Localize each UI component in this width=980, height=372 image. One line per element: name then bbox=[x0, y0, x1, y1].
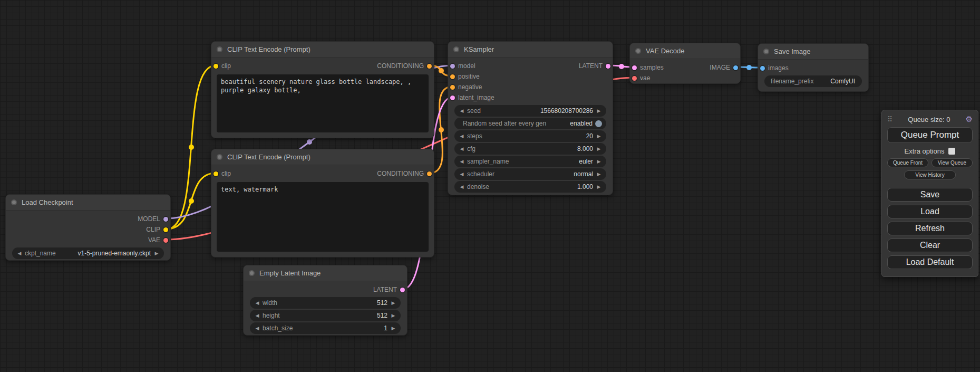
image-output-dot[interactable] bbox=[733, 65, 738, 70]
node-clip-text-encode-negative[interactable]: CLIP Text Encode (Prompt) clip CONDITION… bbox=[211, 149, 434, 257]
stepper-right-icon[interactable]: ▶ bbox=[596, 108, 602, 113]
extra-options-row: Extra options bbox=[887, 147, 973, 155]
collapse-dot-icon[interactable] bbox=[217, 46, 222, 52]
stepper-left-icon[interactable]: ◀ bbox=[16, 251, 23, 256]
refresh-button[interactable]: Refresh bbox=[887, 222, 973, 235]
clear-button[interactable]: Clear bbox=[887, 239, 973, 252]
link-midpoint-dot bbox=[189, 198, 194, 204]
node-save-image[interactable]: Save Image images filename_prefix ComfyU… bbox=[758, 43, 869, 92]
images-input-dot[interactable] bbox=[760, 66, 765, 71]
stepper-right-icon[interactable]: ▶ bbox=[596, 171, 602, 177]
stepper-right-icon[interactable]: ▶ bbox=[390, 326, 396, 331]
node-ksampler[interactable]: KSampler model LATENT positive negative bbox=[448, 41, 613, 195]
collapse-dot-icon[interactable] bbox=[635, 48, 641, 54]
queue-buttons-row: Queue Front View Queue bbox=[887, 158, 973, 167]
prompt-textarea[interactable]: text, watermark bbox=[217, 182, 429, 252]
latent-output-dot[interactable] bbox=[400, 288, 405, 292]
widget-ckpt-name[interactable]: ◀ ckpt_name v1-5-pruned-emaonly.ckpt ▶ bbox=[12, 247, 164, 259]
widget-denoise[interactable]: ◀ denoise 1.000 ▶ bbox=[454, 181, 606, 193]
stepper-left-icon[interactable]: ◀ bbox=[254, 313, 260, 318]
widget-cfg[interactable]: ◀ cfg 8.000 ▶ bbox=[454, 143, 606, 155]
stepper-right-icon[interactable]: ▶ bbox=[390, 313, 396, 318]
node-title: CLIP Text Encode (Prompt) bbox=[227, 153, 311, 161]
output-slot-latent: LATENT bbox=[244, 284, 407, 295]
collapse-dot-icon[interactable] bbox=[453, 46, 459, 52]
clip-input-dot[interactable] bbox=[214, 64, 218, 69]
clip-input-dot[interactable] bbox=[214, 171, 218, 176]
widget-filename-prefix[interactable]: filename_prefix ComfyUI bbox=[764, 75, 862, 87]
widget-steps[interactable]: ◀ steps 20 ▶ bbox=[454, 130, 606, 142]
widget-height[interactable]: ◀ height 512 ▶ bbox=[250, 310, 401, 321]
conditioning-output-dot[interactable] bbox=[427, 64, 432, 69]
load-default-button[interactable]: Load Default bbox=[887, 255, 973, 269]
menu-header: ⠿ Queue size: 0 ⚙ bbox=[887, 115, 973, 124]
clip-output-dot[interactable] bbox=[163, 227, 168, 232]
slot-label: model bbox=[458, 62, 476, 70]
node-title: Empty Latent Image bbox=[259, 269, 321, 277]
node-clip-text-encode-positive[interactable]: CLIP Text Encode (Prompt) clip CONDITION… bbox=[211, 41, 434, 138]
extra-options-checkbox[interactable] bbox=[948, 148, 955, 155]
view-history-button[interactable]: View History bbox=[904, 170, 956, 179]
collapse-dot-icon[interactable] bbox=[11, 199, 17, 205]
load-button[interactable]: Load bbox=[887, 205, 973, 218]
widget-sampler-name[interactable]: ◀ sampler_name euler ▶ bbox=[454, 156, 606, 167]
widget-scheduler[interactable]: ◀ scheduler normal ▶ bbox=[454, 168, 606, 180]
stepper-right-icon[interactable]: ▶ bbox=[596, 133, 602, 139]
stepper-left-icon[interactable]: ◀ bbox=[254, 300, 260, 306]
node-title-bar[interactable]: VAE Decode bbox=[630, 43, 740, 59]
stepper-right-icon[interactable]: ▶ bbox=[596, 159, 602, 164]
comfy-menu-panel[interactable]: ⠿ Queue size: 0 ⚙ Queue Prompt Extra opt… bbox=[881, 110, 978, 277]
node-load-checkpoint[interactable]: Load Checkpoint MODEL CLIP VAE ◀ ckpt_na… bbox=[5, 194, 171, 261]
widget-width[interactable]: ◀ width 512 ▶ bbox=[250, 297, 401, 309]
slot-label: positive bbox=[458, 73, 480, 80]
node-vae-decode[interactable]: VAE Decode samples IMAGE vae bbox=[629, 43, 741, 84]
collapse-dot-icon[interactable] bbox=[249, 270, 255, 276]
collapse-dot-icon[interactable] bbox=[217, 154, 222, 160]
toggle-knob-icon[interactable] bbox=[595, 120, 602, 127]
stepper-right-icon[interactable]: ▶ bbox=[153, 251, 160, 256]
widget-seed[interactable]: ◀ seed 156680208700286 ▶ bbox=[454, 105, 606, 117]
stepper-right-icon[interactable]: ▶ bbox=[596, 184, 602, 189]
stepper-left-icon[interactable]: ◀ bbox=[459, 159, 465, 164]
save-button[interactable]: Save bbox=[887, 188, 973, 202]
positive-input-dot[interactable] bbox=[450, 74, 455, 79]
node-empty-latent-image[interactable]: Empty Latent Image LATENT ◀ width 512 ▶ … bbox=[243, 265, 407, 336]
widget-batch-size[interactable]: ◀ batch_size 1 ▶ bbox=[250, 322, 401, 334]
vae-output-dot[interactable] bbox=[163, 238, 168, 243]
queue-prompt-button[interactable]: Queue Prompt bbox=[887, 127, 973, 143]
link-midpoint-dot bbox=[439, 68, 444, 73]
extra-options-label: Extra options bbox=[905, 147, 945, 155]
slot-row-clip-conditioning: clip CONDITIONING bbox=[211, 61, 434, 71]
node-title-bar[interactable]: Save Image bbox=[758, 44, 868, 60]
settings-gear-icon[interactable]: ⚙ bbox=[966, 115, 973, 124]
model-output-dot[interactable] bbox=[163, 217, 168, 222]
drag-handle-icon[interactable]: ⠿ bbox=[887, 115, 892, 123]
negative-input-dot[interactable] bbox=[450, 85, 455, 90]
queue-front-button[interactable]: Queue Front bbox=[887, 158, 928, 167]
stepper-left-icon[interactable]: ◀ bbox=[459, 171, 465, 177]
conditioning-output-dot[interactable] bbox=[427, 171, 432, 176]
collapse-dot-icon[interactable] bbox=[763, 49, 769, 54]
stepper-left-icon[interactable]: ◀ bbox=[459, 133, 465, 139]
node-title-bar[interactable]: CLIP Text Encode (Prompt) bbox=[211, 42, 434, 58]
stepper-right-icon[interactable]: ▶ bbox=[390, 300, 396, 306]
stepper-right-icon[interactable]: ▶ bbox=[596, 146, 602, 151]
node-title-bar[interactable]: KSampler bbox=[448, 42, 613, 58]
model-input-dot[interactable] bbox=[450, 64, 455, 69]
stepper-left-icon[interactable]: ◀ bbox=[459, 146, 465, 151]
latent-image-input-dot[interactable] bbox=[450, 96, 455, 100]
stepper-left-icon[interactable]: ◀ bbox=[254, 326, 260, 331]
node-title: VAE Decode bbox=[646, 47, 684, 55]
node-title-bar[interactable]: Load Checkpoint bbox=[6, 195, 170, 211]
slot-label: CLIP bbox=[146, 226, 160, 233]
node-title-bar[interactable]: Empty Latent Image bbox=[244, 265, 407, 281]
prompt-textarea[interactable]: beautiful scenery nature glass bottle la… bbox=[217, 74, 429, 132]
latent-output-dot[interactable] bbox=[606, 64, 610, 69]
stepper-left-icon[interactable]: ◀ bbox=[459, 108, 465, 113]
widget-random-seed-toggle[interactable]: Random seed after every gen enabled bbox=[454, 118, 606, 129]
samples-input-dot[interactable] bbox=[632, 65, 637, 70]
stepper-left-icon[interactable]: ◀ bbox=[459, 184, 465, 189]
node-title-bar[interactable]: CLIP Text Encode (Prompt) bbox=[211, 149, 434, 165]
vae-input-dot[interactable] bbox=[632, 76, 637, 81]
view-queue-button[interactable]: View Queue bbox=[932, 158, 973, 167]
